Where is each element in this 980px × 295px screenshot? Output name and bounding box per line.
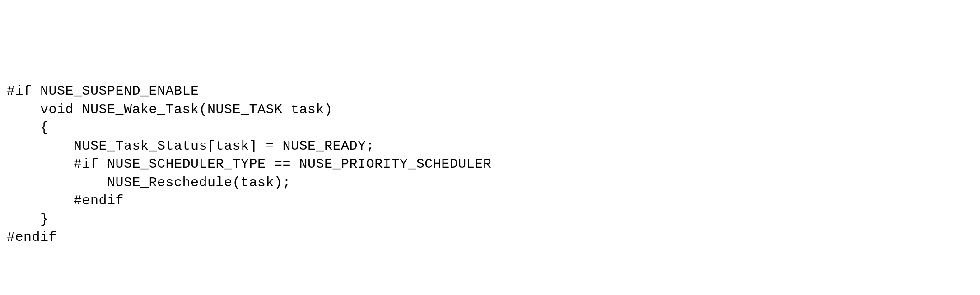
- code-line-5: NUSE_Task_Status[task] = NUSE_READY;: [7, 137, 973, 156]
- code-line-8: #endif: [7, 192, 973, 210]
- code-line-11: #endif: [7, 228, 973, 247]
- code-line-4: {: [7, 119, 973, 137]
- code-line-9: }: [7, 210, 973, 229]
- code-line-6: #if NUSE_SCHEDULER_TYPE == NUSE_PRIORITY…: [7, 155, 973, 174]
- code-line-7: NUSE_Reschedule(task);: [7, 174, 973, 192]
- code-block: #if NUSE_SUSPEND_ENABLE void NUSE_Wake_T…: [7, 82, 973, 247]
- code-line-1: #if NUSE_SUSPEND_ENABLE: [7, 82, 973, 101]
- code-line-3: void NUSE_Wake_Task(NUSE_TASK task): [7, 101, 973, 119]
